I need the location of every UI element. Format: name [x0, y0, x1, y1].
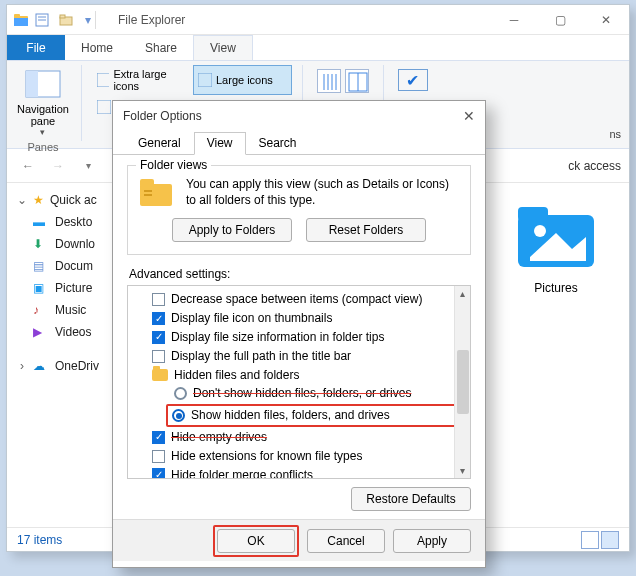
svg-rect-2	[14, 18, 28, 26]
tab-file[interactable]: File	[7, 35, 65, 60]
qat-newfolder-icon[interactable]	[59, 13, 75, 27]
apply-button[interactable]: Apply	[393, 529, 471, 553]
close-button[interactable]: ✕	[583, 5, 629, 35]
maximize-button[interactable]: ▢	[537, 5, 583, 35]
scrollbar[interactable]: ▴ ▾	[454, 286, 470, 478]
sortby-icon[interactable]	[317, 69, 341, 93]
panes-group-label: Panes	[27, 141, 58, 153]
folder-views-desc: You can apply this view (such as Details…	[186, 176, 460, 208]
adv-radio-showhidden[interactable]: Show hidden files, folders, and drives	[166, 404, 466, 427]
adv-radio-dontshow[interactable]: Don't show hidden files, folders, or dri…	[130, 384, 466, 403]
svg-rect-10	[97, 73, 109, 87]
status-count: 17 items	[17, 533, 62, 547]
dialog-tab-view[interactable]: View	[194, 132, 246, 155]
addcolumns-icon[interactable]	[345, 69, 369, 93]
svg-rect-29	[144, 190, 152, 192]
minimize-button[interactable]: ─	[491, 5, 537, 35]
pictures-icon: ▣	[33, 281, 49, 295]
svg-rect-12	[97, 100, 111, 114]
layout-extra-large[interactable]: Extra large icons	[92, 65, 191, 95]
titlebar: ▾ File Explorer ─ ▢ ✕	[7, 5, 629, 35]
tab-home[interactable]: Home	[65, 35, 129, 60]
svg-rect-1	[14, 14, 20, 18]
dialog-titlebar: Folder Options ✕	[113, 101, 485, 131]
quick-access-toolbar: ▾	[35, 13, 91, 27]
chevron-down-icon: ⌄	[17, 193, 27, 207]
ok-button[interactable]: OK	[217, 529, 295, 553]
tab-share[interactable]: Share	[129, 35, 193, 60]
svg-rect-11	[198, 73, 212, 87]
tab-view[interactable]: View	[193, 35, 253, 60]
adv-item-sizeinfo[interactable]: ✓Display file size information in folder…	[130, 328, 466, 347]
music-icon: ♪	[33, 303, 49, 317]
adv-item-compact[interactable]: Decrease space between items (compact vi…	[130, 290, 466, 309]
dialog-tab-general[interactable]: General	[125, 132, 194, 155]
view-large-button[interactable]	[601, 531, 619, 549]
ribbon-tabs: File Home Share View	[7, 35, 629, 61]
dialog-title: Folder Options	[123, 109, 202, 123]
advanced-settings-label: Advanced settings:	[129, 267, 471, 281]
folder-views-legend: Folder views	[136, 158, 211, 172]
svg-rect-28	[140, 179, 154, 187]
layout-large[interactable]: Large icons	[193, 65, 292, 95]
window-title: File Explorer	[118, 13, 185, 27]
apply-to-folders-button[interactable]: Apply to Folders	[172, 218, 292, 242]
cancel-button[interactable]: Cancel	[307, 529, 385, 553]
restore-defaults-button[interactable]: Restore Defaults	[351, 487, 471, 511]
navigation-pane-button[interactable]: Navigation pane ▾	[15, 65, 71, 141]
documents-icon: ▤	[33, 259, 49, 273]
adv-item-hideempty[interactable]: ✓Hide empty drives	[130, 428, 466, 447]
scroll-thumb[interactable]	[457, 350, 469, 414]
breadcrumb[interactable]: ck access	[568, 159, 621, 173]
dialog-close-button[interactable]: ✕	[463, 108, 475, 124]
folder-tile-pictures[interactable]: Pictures	[501, 201, 611, 295]
adv-item-fullpath[interactable]: Display the full path in the title bar	[130, 347, 466, 366]
scroll-up-icon[interactable]: ▴	[460, 288, 465, 299]
navigation-pane-label: Navigation pane	[17, 103, 69, 127]
forward-button[interactable]: →	[45, 153, 71, 179]
group-panes: Navigation pane ▾ Panes	[15, 65, 71, 144]
qat-dropdown-icon[interactable]: ▾	[85, 13, 91, 27]
explorer-icon	[13, 12, 29, 28]
folder-views-group: Folder views You can apply this view (su…	[127, 165, 471, 255]
reset-folders-button[interactable]: Reset Folders	[306, 218, 426, 242]
adv-item-thumb[interactable]: ✓Display file icon on thumbnails	[130, 309, 466, 328]
desktop-icon: ▬	[33, 215, 49, 229]
folder-icon	[152, 369, 168, 381]
svg-rect-9	[26, 71, 38, 97]
svg-rect-24	[518, 207, 548, 221]
view-details-button[interactable]	[581, 531, 599, 549]
dialog-tab-search[interactable]: Search	[246, 132, 310, 155]
dialog-tabs: General View Search	[113, 131, 485, 155]
svg-rect-30	[144, 194, 152, 196]
folder-icon	[138, 176, 176, 208]
checkbox-zone-icon[interactable]: ✔	[398, 69, 428, 91]
onedrive-icon: ☁	[33, 359, 49, 373]
videos-icon: ▶	[33, 325, 49, 339]
svg-rect-7	[60, 15, 65, 18]
folder-options-dialog: Folder Options ✕ General View Search Fol…	[112, 100, 486, 568]
chevron-down-icon: ▾	[40, 127, 45, 137]
breadcrumb-quick-label: ck access	[568, 159, 621, 173]
star-icon: ★	[33, 193, 44, 207]
back-button[interactable]: ←	[15, 153, 41, 179]
dialog-footer: OK Cancel Apply	[113, 519, 485, 561]
ribbon-misc-1	[313, 65, 373, 97]
download-icon: ⬇	[33, 237, 49, 251]
qat-properties-icon[interactable]	[35, 13, 49, 27]
adv-item-hideext[interactable]: Hide extensions for known file types	[130, 447, 466, 466]
adv-group-hidden: Hidden files and folders	[130, 366, 466, 385]
options-label-fragment: ns	[609, 128, 621, 144]
svg-point-26	[534, 225, 546, 237]
pictures-folder-icon	[512, 201, 600, 273]
advanced-settings-list[interactable]: Decrease space between items (compact vi…	[127, 285, 471, 479]
scroll-down-icon[interactable]: ▾	[460, 465, 465, 476]
recent-dropdown[interactable]: ▾	[75, 153, 101, 179]
adv-item-merge[interactable]: ✓Hide folder merge conflicts	[130, 466, 466, 480]
folder-label: Pictures	[534, 281, 577, 295]
